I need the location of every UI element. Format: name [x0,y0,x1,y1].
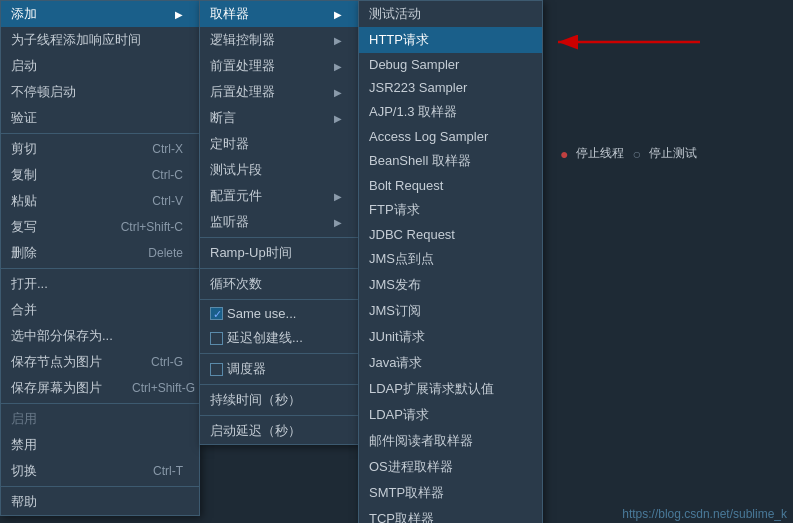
menu-item-jms-publish[interactable]: JMS发布 [359,272,542,298]
menu-item-ajp-sampler[interactable]: AJP/1.3 取样器 [359,99,542,125]
menu-item-ldap-request[interactable]: LDAP请求 [359,402,542,428]
stop-thread-label: 停止线程 [576,145,624,162]
menu-item-post-processor[interactable]: 后置处理器 ▶ [200,79,358,105]
menu-item-save-selection[interactable]: 选中部分保存为... [1,323,199,349]
stop-test-label: 停止测试 [649,145,697,162]
menu-item-cut[interactable]: 剪切 Ctrl-X [1,136,199,162]
submenu-arrow-logic: ▶ [334,35,342,46]
menu-item-scheduler[interactable]: 调度器 [200,356,358,382]
menu-item-enable[interactable]: 启用 [1,406,199,432]
l2-separator-5 [200,384,358,385]
menu-item-smtp-sampler[interactable]: SMTP取样器 [359,480,542,506]
status-buttons: ● 停止线程 ○ 停止测试 [560,145,697,162]
submenu-arrow-post: ▶ [334,87,342,98]
separator-1 [1,133,199,134]
menu-item-ldap-ext[interactable]: LDAP扩展请求默认值 [359,376,542,402]
menu-item-duplicate[interactable]: 复写 Ctrl+Shift-C [1,214,199,240]
menu-item-test-activity[interactable]: 测试活动 [359,1,542,27]
menu-item-disable[interactable]: 禁用 [1,432,199,458]
menu-item-loop-count[interactable]: 循环次数 [200,271,358,297]
menu-item-open[interactable]: 打开... [1,271,199,297]
separator-4 [1,486,199,487]
menu-item-bolt-request[interactable]: Bolt Request [359,174,542,197]
menu-item-mail-reader[interactable]: 邮件阅读者取样器 [359,428,542,454]
menu-item-os-process[interactable]: OS进程取样器 [359,454,542,480]
menu-item-java-request[interactable]: Java请求 [359,350,542,376]
menu-item-delete[interactable]: 删除 Delete [1,240,199,266]
l2-separator-1 [200,237,358,238]
menu-item-rampup[interactable]: Ramp-Up时间 [200,240,358,266]
menu-item-start[interactable]: 启动 [1,53,199,79]
menu-item-jsr223-sampler[interactable]: JSR223 Sampler [359,76,542,99]
separator-3 [1,403,199,404]
context-menu-level1: 添加 ▶ 为子线程添加响应时间 启动 不停顿启动 验证 剪切 Ctrl-X 复制… [0,0,200,516]
l2-separator-4 [200,353,358,354]
submenu-arrow-config: ▶ [334,191,342,202]
menu-item-test-fragment[interactable]: 测试片段 [200,157,358,183]
menu-item-junit-request[interactable]: JUnit请求 [359,324,542,350]
menu-item-debug-sampler[interactable]: Debug Sampler [359,53,542,76]
menu-item-same-use[interactable]: ✓ Same use... [200,302,358,325]
menu-item-startup-delay[interactable]: 启动延迟（秒） [200,418,358,444]
submenu-arrow-pre: ▶ [334,61,342,72]
menu-item-access-log-sampler[interactable]: Access Log Sampler [359,125,542,148]
menu-item-delay-create[interactable]: 延迟创建线... [200,325,358,351]
watermark: https://blog.csdn.net/sublime_k [616,505,793,523]
menu-item-http-request[interactable]: HTTP请求 [359,27,542,53]
menu-item-assertion[interactable]: 断言 ▶ [200,105,358,131]
menu-item-paste[interactable]: 粘贴 Ctrl-V [1,188,199,214]
menu-item-jms-point[interactable]: JMS点到点 [359,246,542,272]
menu-item-logic-controller[interactable]: 逻辑控制器 ▶ [200,27,358,53]
submenu-arrow: ▶ [175,9,183,20]
l2-separator-2 [200,268,358,269]
menu-item-save-screen-image[interactable]: 保存屏幕为图片 Ctrl+Shift-G [1,375,199,401]
l2-separator-6 [200,415,358,416]
separator-2 [1,268,199,269]
radio-stop-test-icon: ○ [632,146,640,162]
menu-item-listener[interactable]: 监听器 ▶ [200,209,358,235]
menu-item-timer[interactable]: 定时器 [200,131,358,157]
menu-item-help[interactable]: 帮助 [1,489,199,515]
menu-item-jdbc-request[interactable]: JDBC Request [359,223,542,246]
l2-separator-3 [200,299,358,300]
menu-item-start-no-pause[interactable]: 不停顿启动 [1,79,199,105]
menu-item-validate[interactable]: 验证 [1,105,199,131]
menu-item-ftp-request[interactable]: FTP请求 [359,197,542,223]
menu-item-add[interactable]: 添加 ▶ [1,1,199,27]
submenu-arrow-assert: ▶ [334,113,342,124]
menu-item-add-response[interactable]: 为子线程添加响应时间 [1,27,199,53]
submenu-arrow-sampler: ▶ [334,9,342,20]
menu-item-sampler[interactable]: 取样器 ▶ [200,1,358,27]
menu-item-save-node-image[interactable]: 保存节点为图片 Ctrl-G [1,349,199,375]
context-menu-level2: 取样器 ▶ 逻辑控制器 ▶ 前置处理器 ▶ 后置处理器 ▶ 断言 ▶ 定时器 测… [199,0,359,445]
menu-item-merge[interactable]: 合并 [1,297,199,323]
submenu-arrow-listener: ▶ [334,217,342,228]
context-menu-level3: 测试活动 HTTP请求 Debug Sampler JSR223 Sampler… [358,0,543,523]
menu-item-copy[interactable]: 复制 Ctrl-C [1,162,199,188]
radio-stop-thread-icon: ● [560,146,568,162]
menu-item-tcp-sampler[interactable]: TCP取样器 [359,506,542,523]
menu-item-beanshell-sampler[interactable]: BeanShell 取样器 [359,148,542,174]
menu-item-duration[interactable]: 持续时间（秒） [200,387,358,413]
menu-item-config-element[interactable]: 配置元件 ▶ [200,183,358,209]
menu-item-pre-processor[interactable]: 前置处理器 ▶ [200,53,358,79]
menu-item-toggle[interactable]: 切换 Ctrl-T [1,458,199,484]
menu-item-jms-subscribe[interactable]: JMS订阅 [359,298,542,324]
